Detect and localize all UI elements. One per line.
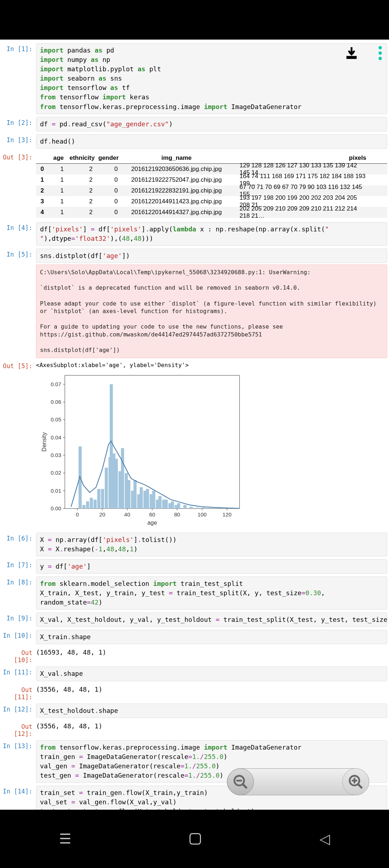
svg-text:80: 80 <box>174 511 180 517</box>
svg-line-73 <box>242 784 247 788</box>
back-icon[interactable]: ◁ <box>319 831 330 847</box>
prompt-out-10: Out [10]: <box>2 647 36 664</box>
code-cell-4[interactable]: df['pixels'] = df['pixels'].apply(lambda… <box>36 222 387 246</box>
prompt-in-11: In [11]: <box>2 666 36 681</box>
svg-rect-6 <box>94 499 97 508</box>
svg-rect-36 <box>196 507 199 508</box>
age-density-chart: 0204060801001200.000.010.020.030.040.050… <box>40 370 245 528</box>
svg-rect-15 <box>121 448 124 508</box>
svg-text:0.04: 0.04 <box>51 434 61 440</box>
svg-text:age: age <box>147 520 157 526</box>
svg-rect-35 <box>189 507 193 508</box>
warning-output: C:\Users\Solo\AppData\Local\Temp\ipykern… <box>36 265 387 358</box>
svg-text:0.06: 0.06 <box>51 399 61 405</box>
svg-text:0.07: 0.07 <box>51 381 61 387</box>
zoom-out-button[interactable] <box>227 768 254 795</box>
home-icon[interactable] <box>189 833 201 845</box>
svg-text:40: 40 <box>124 511 130 517</box>
svg-text:120: 120 <box>223 511 232 517</box>
svg-rect-13 <box>115 459 118 508</box>
svg-rect-7 <box>97 489 100 508</box>
svg-rect-17 <box>127 480 130 508</box>
svg-rect-9 <box>105 467 108 508</box>
output-table-3: age ethnicity gender img_name pixels 012… <box>36 152 387 219</box>
prompt-in-9: In [9]: <box>2 612 36 627</box>
svg-rect-0 <box>347 57 356 58</box>
prompt-in-6: In [6]: <box>2 533 36 556</box>
prompt-in-5: In [5]: <box>2 249 36 358</box>
prompt-in-7: In [7]: <box>2 559 36 574</box>
recents-icon[interactable]: ☰ <box>59 831 71 847</box>
code-cell-7[interactable]: y = df['age'] <box>36 559 387 574</box>
output-10: (16593, 48, 48, 1) <box>36 647 387 664</box>
svg-rect-33 <box>177 503 180 508</box>
svg-text:Density: Density <box>41 432 47 451</box>
svg-text:0: 0 <box>76 511 79 517</box>
svg-line-76 <box>358 784 362 788</box>
svg-rect-3 <box>82 505 86 508</box>
prompt-in-3: In [3]: <box>2 134 36 149</box>
svg-text:20: 20 <box>99 511 106 517</box>
output-5: <AxesSubplot:xlabel='age', ylabel='Densi… <box>36 360 387 530</box>
svg-rect-19 <box>134 480 137 508</box>
svg-rect-27 <box>158 496 162 508</box>
prompt-in-2: In [2]: <box>2 117 36 131</box>
prompt-in-14: In [14]: <box>2 786 36 810</box>
svg-text:60: 60 <box>149 511 155 517</box>
svg-rect-34 <box>183 505 187 508</box>
svg-rect-29 <box>165 499 168 508</box>
svg-rect-37 <box>202 507 205 508</box>
page-actions <box>344 46 382 62</box>
svg-text:0.03: 0.03 <box>51 452 61 458</box>
output-12: (3556, 48, 48, 1) <box>36 721 387 737</box>
output-11: (3556, 48, 48, 1) <box>36 684 387 701</box>
more-vertical-icon[interactable] <box>379 46 382 60</box>
prompt-in-10: In [10]: <box>2 630 36 644</box>
navigation-bar: ☰ ◁ <box>0 810 389 868</box>
notebook-content: In [1]: import pandas as pd import numpy… <box>0 40 389 810</box>
svg-rect-8 <box>101 489 104 508</box>
prompt-in-8: In [8]: <box>2 577 36 610</box>
code-cell-12[interactable]: X_test_holdout.shape <box>36 704 387 718</box>
code-cell-1[interactable]: import pandas as pd import numpy as np i… <box>36 43 387 114</box>
svg-text:100: 100 <box>198 511 207 517</box>
svg-rect-31 <box>171 501 174 508</box>
prompt-in-1: In [1]: <box>2 43 36 114</box>
prompt-out-5: Out [5]: <box>2 360 36 530</box>
svg-rect-21 <box>140 487 143 508</box>
svg-text:0.05: 0.05 <box>51 416 61 422</box>
svg-rect-25 <box>152 490 156 508</box>
prompt-out-11: Out [11]: <box>2 684 36 701</box>
prompt-in-13: In [13]: <box>2 740 36 783</box>
svg-rect-38 <box>215 508 218 508</box>
svg-text:0.00: 0.00 <box>51 505 61 511</box>
svg-text:0.01: 0.01 <box>51 487 61 493</box>
code-cell-10[interactable]: X_train.shape <box>36 630 387 644</box>
svg-text:0.02: 0.02 <box>51 470 61 476</box>
svg-rect-23 <box>146 489 149 508</box>
code-cell-3[interactable]: df.head() <box>36 134 387 149</box>
prompt-in-12: In [12]: <box>2 704 36 718</box>
code-cell-11[interactable]: X_val.shape <box>36 666 387 681</box>
zoom-in-button[interactable] <box>342 768 369 795</box>
prompt-out-12: Out [12]: <box>2 721 36 737</box>
prompt-out-3: Out [3]: <box>2 152 36 219</box>
download-icon[interactable] <box>344 46 359 62</box>
code-cell-9[interactable]: X_val, X_test_holdout, y_val, y_test_hol… <box>36 612 387 627</box>
svg-rect-4 <box>86 501 89 508</box>
zoom-control <box>227 768 369 795</box>
code-cell-2[interactable]: df = pd.read_csv("age_gender.csv") <box>36 117 387 131</box>
code-cell-5[interactable]: sns.distplot(df['age']) <box>36 249 387 263</box>
code-cell-6[interactable]: X = np.array(df['pixels'].tolist()) X = … <box>36 533 387 556</box>
svg-rect-5 <box>90 498 93 508</box>
status-bar <box>0 0 389 40</box>
code-cell-8[interactable]: from sklearn.model_selection import trai… <box>36 577 387 610</box>
prompt-in-4: In [4]: <box>2 222 36 246</box>
